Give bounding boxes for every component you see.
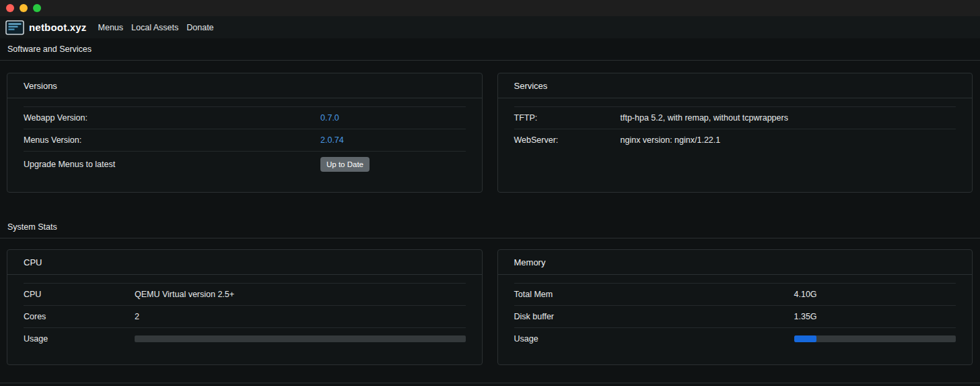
- memory-card: Memory Total Mem 4.10G Disk buffer 1.35G…: [497, 249, 973, 365]
- netbootxyz-logo-icon: [5, 20, 24, 35]
- memory-card-title: Memory: [498, 250, 973, 275]
- section-header-stats: System Stats: [0, 216, 980, 238]
- stats-cards-row: CPU CPU QEMU Virtual version 2.5+ Cores …: [0, 238, 980, 365]
- minimize-button[interactable]: [20, 4, 28, 12]
- table-row: WebServer: nginx version: nginx/1.22.1: [514, 129, 956, 151]
- tftp-label: TFTP:: [514, 113, 621, 123]
- cpu-model-value: QEMU Virtual version 2.5+: [135, 290, 466, 299]
- disk-buffer-label: Disk buffer: [514, 312, 794, 321]
- cpu-card: CPU CPU QEMU Virtual version 2.5+ Cores …: [7, 249, 483, 365]
- disk-buffer-value: 1.35G: [794, 312, 956, 321]
- cpu-card-title: CPU: [7, 250, 482, 275]
- table-row: Disk buffer 1.35G: [514, 305, 956, 327]
- webapp-version-link[interactable]: 0.7.0: [320, 113, 339, 123]
- webapp-version-label: Webapp Version:: [24, 113, 320, 123]
- versions-card: Versions Webapp Version: 0.7.0 Menus Ver…: [7, 73, 483, 193]
- cpu-card-body: CPU QEMU Virtual version 2.5+ Cores 2 Us…: [7, 275, 482, 364]
- table-row: Usage: [24, 327, 466, 350]
- nav-item-donate[interactable]: Donate: [186, 23, 213, 32]
- memory-usage-progress-fill: [794, 335, 817, 342]
- cpu-cores-label: Cores: [24, 312, 135, 321]
- table-row: Menus Version: 2.0.74: [24, 129, 466, 151]
- close-button[interactable]: [6, 4, 14, 12]
- total-mem-label: Total Mem: [514, 290, 794, 299]
- table-row: Upgrade Menus to latest Up to Date: [24, 151, 466, 177]
- section-title: System Stats: [7, 222, 57, 232]
- menus-version-label: Menus Version:: [24, 135, 320, 145]
- cpu-cores-value: 2: [135, 312, 466, 321]
- versions-card-body: Webapp Version: 0.7.0 Menus Version: 2.0…: [7, 98, 482, 192]
- table-row: CPU QEMU Virtual version 2.5+: [24, 283, 466, 305]
- table-row: Webapp Version: 0.7.0: [24, 106, 466, 129]
- bottom-divider: [0, 383, 980, 383]
- tftp-value: tftp-hpa 5.2, with remap, without tcpwra…: [621, 113, 956, 123]
- services-card: Services TFTP: tftp-hpa 5.2, with remap,…: [497, 73, 973, 193]
- maximize-button[interactable]: [33, 4, 41, 12]
- total-mem-value: 4.10G: [794, 290, 956, 299]
- section-title: Software and Services: [7, 44, 92, 54]
- memory-usage-progressbar: [794, 335, 956, 342]
- brand-link[interactable]: netboot.xyz: [29, 22, 87, 33]
- navbar: netboot.xyz Menus Local Assets Donate: [0, 16, 980, 38]
- software-cards-row: Versions Webapp Version: 0.7.0 Menus Ver…: [0, 61, 980, 193]
- section-header-software: Software and Services: [0, 38, 980, 61]
- upgrade-menus-button[interactable]: Up to Date: [320, 157, 370, 172]
- services-card-body: TFTP: tftp-hpa 5.2, with remap, without …: [498, 98, 973, 166]
- nav-item-local-assets[interactable]: Local Assets: [131, 23, 178, 32]
- webserver-value: nginx version: nginx/1.22.1: [621, 135, 956, 145]
- versions-card-title: Versions: [7, 73, 482, 98]
- memory-usage-label: Usage: [514, 334, 794, 344]
- table-row: Usage: [514, 327, 956, 350]
- table-row: TFTP: tftp-hpa 5.2, with remap, without …: [514, 106, 956, 129]
- nav-item-menus[interactable]: Menus: [98, 23, 124, 32]
- cpu-usage-progressbar: [135, 335, 466, 342]
- cpu-model-label: CPU: [24, 290, 135, 299]
- menus-version-link[interactable]: 2.0.74: [320, 135, 344, 145]
- table-row: Total Mem 4.10G: [514, 283, 956, 305]
- memory-card-body: Total Mem 4.10G Disk buffer 1.35G Usage: [498, 275, 973, 364]
- services-card-title: Services: [498, 73, 973, 98]
- window-titlebar: [0, 0, 980, 16]
- table-row: Cores 2: [24, 305, 466, 327]
- webserver-label: WebServer:: [514, 135, 621, 145]
- cpu-usage-label: Usage: [24, 334, 135, 344]
- main-nav: Menus Local Assets Donate: [98, 23, 222, 32]
- upgrade-menus-label: Upgrade Menus to latest: [24, 160, 320, 169]
